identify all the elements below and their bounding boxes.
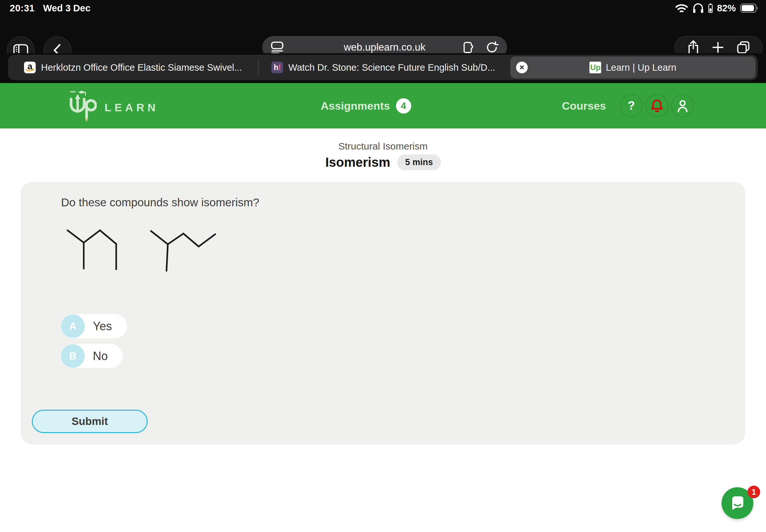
uplearn-logo[interactable]: LEARN (67, 83, 159, 128)
chat-unread-badge: 1 (748, 486, 760, 498)
uplearn-navbar: LEARN Assignments 4 Courses ? (0, 83, 766, 128)
headphones-icon (692, 3, 704, 13)
tab-uplearn-active[interactable]: ✕ Up Learn | Up Learn (510, 56, 756, 79)
refresh-icon[interactable] (486, 41, 499, 54)
chat-bubble-icon (729, 495, 746, 512)
answer-option-a[interactable]: A Yes (61, 314, 127, 338)
nav-right: Courses ? (562, 83, 694, 128)
tab-title: Learn | Up Learn (606, 62, 676, 73)
wifi-icon (675, 3, 688, 13)
nav-assignments[interactable]: Assignments 4 (321, 83, 411, 128)
uplearn-logo-glyph (67, 88, 97, 123)
safari-toolbar: web.uplearn.co.uk (0, 16, 766, 53)
clock: 20:31 (10, 3, 35, 14)
question-card: Do these compounds show isomerism? A Yes… (21, 182, 745, 444)
extensions-icon[interactable] (462, 41, 475, 54)
battery-icon (740, 3, 759, 13)
tab-strip: a Herklotzn Office Office Elastic Siames… (0, 53, 766, 83)
uplearn-favicon: Up (590, 62, 601, 73)
assignments-label: Assignments (321, 100, 390, 112)
brand-word: LEARN (104, 101, 159, 114)
battery-percent: 82% (717, 3, 736, 14)
submit-button[interactable]: Submit (32, 410, 148, 433)
ipad-screen: 20:31 Wed 3 Dec (0, 0, 766, 532)
help-button[interactable]: ? (620, 94, 643, 117)
tab-title: Watch Dr. Stone: Science Future English … (288, 62, 495, 73)
option-key-badge: A (61, 314, 85, 338)
tab-amazon[interactable]: a Herklotzn Office Office Elastic Siames… (8, 55, 258, 80)
option-label: Yes (93, 320, 112, 333)
breadcrumb: Structural Isomerism (0, 141, 766, 152)
question-prompt: Do these compounds show isomerism? (61, 196, 259, 209)
nav-courses[interactable]: Courses (562, 100, 606, 112)
profile-button[interactable] (671, 94, 694, 117)
page-title: Isomerism (325, 155, 390, 170)
tab-title: Herklotzn Office Office Elastic Siamese … (41, 62, 242, 73)
new-tab-icon[interactable] (711, 41, 724, 54)
option-label: No (93, 349, 108, 363)
duration-badge: 5 mins (397, 154, 441, 170)
hianime-favicon: h! (271, 62, 283, 73)
assignments-count-badge: 4 (396, 98, 411, 114)
bell-icon (650, 99, 664, 113)
tab-container: a Herklotzn Office Office Elastic Siames… (8, 55, 758, 80)
share-icon[interactable] (687, 40, 699, 55)
amazon-favicon: a (24, 62, 36, 73)
close-icon[interactable]: ✕ (516, 62, 528, 73)
question-icon: ? (628, 99, 635, 113)
tab-dr-stone[interactable]: h! Watch Dr. Stone: Science Future Engli… (258, 55, 508, 80)
mini-battery-icon (708, 3, 713, 13)
answer-option-b[interactable]: B No (61, 344, 123, 368)
date: Wed 3 Dec (43, 3, 91, 14)
lesson-heading: Structural Isomerism Isomerism 5 mins (0, 128, 766, 170)
profile-icon (676, 99, 689, 113)
status-bar: 20:31 Wed 3 Dec (0, 0, 766, 16)
option-key-badge: B (61, 344, 85, 368)
tabs-icon[interactable] (736, 41, 750, 54)
status-right: 82% (675, 0, 759, 16)
notifications-button[interactable] (646, 94, 668, 117)
status-left: 20:31 Wed 3 Dec (10, 0, 91, 16)
